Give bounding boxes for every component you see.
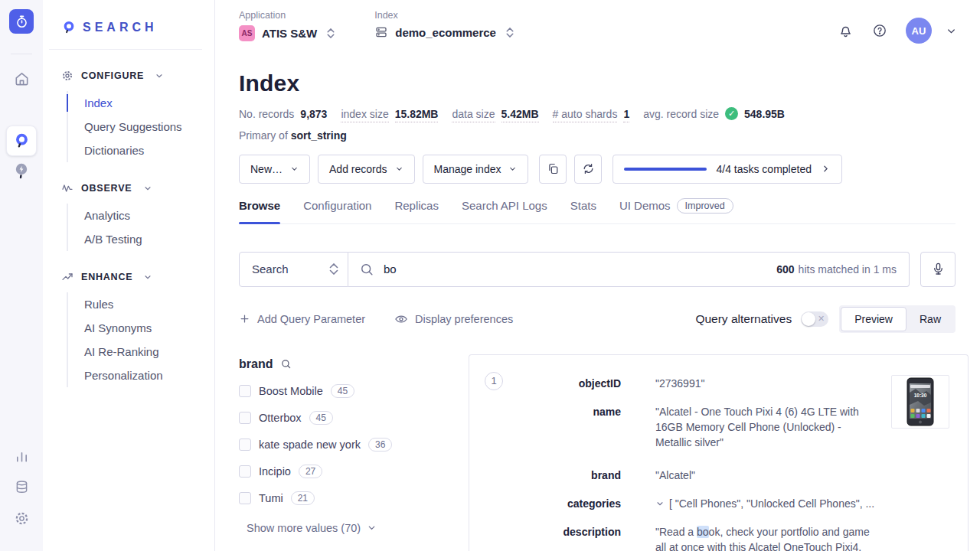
close-icon: ✕ xyxy=(818,314,825,324)
avatar[interactable]: AU xyxy=(906,18,932,44)
bar-chart-icon[interactable] xyxy=(0,448,43,465)
sidebar-section-observe: OBSERVE Analytics A/B Testing xyxy=(43,182,214,251)
display-preferences-button[interactable]: Display preferences xyxy=(394,312,513,326)
search-logo-text: SEARCH xyxy=(83,21,158,34)
facet-value-row[interactable]: kate spade new york 36 xyxy=(239,438,469,452)
tab-configuration[interactable]: Configuration xyxy=(303,199,371,212)
chevron-down-icon xyxy=(143,184,152,193)
home-icon[interactable] xyxy=(0,70,43,88)
show-more-values-button[interactable]: Show more values (70) xyxy=(247,522,469,534)
sidebar-item-index[interactable]: Index xyxy=(68,91,214,115)
gear-icon[interactable] xyxy=(0,510,43,527)
voice-search-button[interactable] xyxy=(920,252,956,287)
tab-replicas[interactable]: Replicas xyxy=(394,199,439,212)
database-icon[interactable] xyxy=(0,479,43,496)
copy-button[interactable] xyxy=(539,155,567,184)
chevron-updown-icon xyxy=(327,28,335,38)
facet-value-row[interactable]: Boost Mobile 45 xyxy=(239,384,469,398)
sidebar-item-ai-reranking[interactable]: AI Re-Ranking xyxy=(68,340,214,364)
server-stack-icon xyxy=(374,25,388,39)
eye-icon xyxy=(394,312,408,326)
add-records-button[interactable]: Add records xyxy=(318,155,414,184)
application-selector[interactable]: Application AS ATIS S&W xyxy=(239,10,335,41)
sidebar-item-personalization[interactable]: Personalization xyxy=(68,364,214,387)
sidebar-section-configure: CONFIGURE Index Query Suggestions Dictio… xyxy=(43,70,214,162)
chevron-down-icon xyxy=(367,523,377,533)
product-image: 10:30 xyxy=(891,375,949,429)
checkbox[interactable] xyxy=(239,439,251,451)
search-box: 600 hits matched in 1 ms xyxy=(348,252,910,287)
gear-icon xyxy=(61,70,74,82)
index-tabs: Browse Configuration Replicas Search API… xyxy=(239,198,956,224)
query-alternatives-toggle[interactable]: ✕ xyxy=(801,311,828,327)
tab-browse[interactable]: Browse xyxy=(239,199,280,212)
checkbox[interactable] xyxy=(239,385,251,397)
sidebar-item-ab-testing[interactable]: A/B Testing xyxy=(68,227,214,251)
page-title: Index xyxy=(239,70,956,96)
bell-icon[interactable] xyxy=(838,23,854,39)
raw-tab[interactable]: Raw xyxy=(906,307,954,331)
checkbox[interactable] xyxy=(239,492,251,504)
sidebar: SEARCH CONFIGURE Index Query Suggestions… xyxy=(43,0,215,551)
stat-index-size: index size 15.82MB xyxy=(341,108,438,122)
trend-up-icon xyxy=(61,271,74,283)
search-type-select[interactable]: Search xyxy=(239,252,348,287)
app-logo[interactable] xyxy=(9,9,34,34)
query-match-highlight: bo xyxy=(697,526,709,538)
new-button[interactable]: New… xyxy=(239,155,310,184)
phone-illustration: 10:30 xyxy=(905,377,936,426)
facet-value-row[interactable]: Tumi 21 xyxy=(239,491,469,505)
sidebar-section-header-enhance[interactable]: ENHANCE xyxy=(43,271,214,283)
field-name: name "Alcatel - One Touch Pixi 4 (6) 4G … xyxy=(506,404,876,450)
preview-tab[interactable]: Preview xyxy=(841,307,906,331)
manage-index-button[interactable]: Manage index xyxy=(423,155,529,184)
stat-data-size: data size 5.42MB xyxy=(452,108,538,122)
sidebar-item-dictionaries[interactable]: Dictionaries xyxy=(68,139,214,162)
refresh-icon xyxy=(582,162,595,175)
tab-stats[interactable]: Stats xyxy=(570,199,596,212)
primary-of-row: Primary of sort_string xyxy=(239,129,956,142)
stat-auto-shards: # auto shards 1 xyxy=(553,108,630,122)
facet-value-row[interactable]: Incipio 27 xyxy=(239,465,469,478)
add-query-parameter-button[interactable]: Add Query Parameter xyxy=(239,313,365,325)
chevron-down-icon[interactable] xyxy=(946,25,957,37)
tab-ui-demos[interactable]: UI Demos Improved xyxy=(619,198,733,214)
toggle-knob xyxy=(802,312,815,326)
field-description: description "Read a book, check your por… xyxy=(506,524,876,551)
sidebar-item-query-suggestions[interactable]: Query Suggestions xyxy=(68,115,214,139)
view-mode-switch: Preview Raw xyxy=(839,305,956,333)
results-panel: 1 10:30 xyxy=(469,354,969,551)
rail-item-search-active[interactable] xyxy=(6,126,37,156)
refresh-button[interactable] xyxy=(574,155,602,184)
search-input[interactable] xyxy=(384,262,763,276)
tasks-progress-widget[interactable]: 4/4 tasks completed xyxy=(612,155,842,184)
sidebar-item-ai-synonyms[interactable]: AI Synonyms xyxy=(68,316,214,340)
improved-badge: Improved xyxy=(677,198,733,214)
recommend-icon[interactable] xyxy=(0,162,43,179)
check-circle-icon: ✓ xyxy=(725,107,738,120)
help-icon[interactable] xyxy=(872,23,887,38)
index-toolbar: New… Add records Manage index xyxy=(239,155,956,184)
checkbox[interactable] xyxy=(239,412,251,424)
index-selector[interactable]: Index demo_ecommerce xyxy=(374,10,514,39)
facets-panel: brand Boost Mobile 45 Otterbox 45 xyxy=(239,354,469,551)
chevron-down-icon[interactable] xyxy=(655,499,665,508)
search-logo[interactable]: SEARCH xyxy=(43,0,214,35)
top-header: Application AS ATIS S&W Index demo_ecomm… xyxy=(215,0,980,54)
field-brand: brand "Alcatel" xyxy=(506,468,876,483)
checkbox[interactable] xyxy=(239,465,251,478)
stat-avg-record-size: avg. record size ✓ 548.95B xyxy=(643,107,785,120)
facet-count: 21 xyxy=(291,491,315,505)
mic-icon xyxy=(931,262,946,276)
sidebar-item-rules[interactable]: Rules xyxy=(68,292,214,316)
sidebar-section-header-configure[interactable]: CONFIGURE xyxy=(43,70,214,82)
sidebar-item-analytics[interactable]: Analytics xyxy=(68,204,214,227)
search-icon[interactable] xyxy=(280,358,292,370)
facet-value-row[interactable]: Otterbox 45 xyxy=(239,411,469,425)
product-rail xyxy=(0,0,43,551)
sidebar-section-enhance: ENHANCE Rules AI Synonyms AI Re-Ranking … xyxy=(43,271,214,387)
plus-icon xyxy=(239,313,250,324)
chevron-down-icon xyxy=(143,272,152,282)
tab-search-api-logs[interactable]: Search API Logs xyxy=(462,199,547,212)
sidebar-section-header-observe[interactable]: OBSERVE xyxy=(43,182,214,194)
